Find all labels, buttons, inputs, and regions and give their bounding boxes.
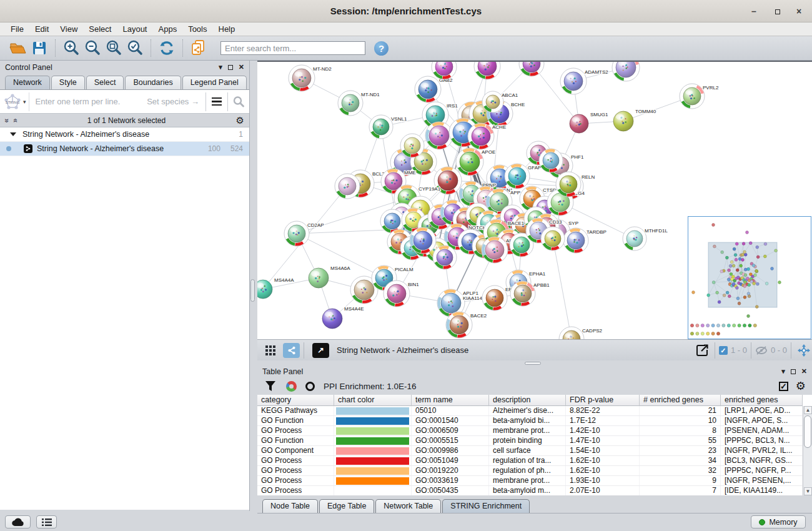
network-node[interactable]: TOMM40 xyxy=(613,109,656,131)
table-row[interactable]: GO ProcessGO:0006509membrane prot...1.42… xyxy=(257,426,803,436)
string-search-button[interactable] xyxy=(228,91,249,112)
network-node[interactable]: BACE2 xyxy=(446,312,487,338)
scroll-down-arrow[interactable]: ▼ xyxy=(804,487,812,495)
splitter-grip[interactable] xyxy=(525,362,541,365)
zoom-out-button[interactable] xyxy=(82,38,103,58)
birdseye-toggle-button[interactable]: ↗ xyxy=(312,343,329,358)
network-node[interactable]: GAB2 xyxy=(415,76,453,102)
column-header-enriched-genes[interactable]: enriched genes xyxy=(721,395,803,406)
tab-network[interactable]: Network xyxy=(5,76,50,89)
close-button[interactable]: × xyxy=(793,6,805,16)
zoom-fit-button[interactable] xyxy=(103,38,124,58)
column-header-chart-color[interactable]: chart color xyxy=(334,395,412,406)
memory-button[interactable]: Memory xyxy=(751,515,806,529)
menu-help[interactable]: Help xyxy=(213,22,241,36)
network-node[interactable] xyxy=(612,62,640,81)
tab-style[interactable]: Style xyxy=(51,76,85,89)
menu-edit[interactable]: Edit xyxy=(29,22,54,36)
save-session-button[interactable] xyxy=(29,38,50,58)
network-node[interactable] xyxy=(335,174,360,199)
network-node[interactable] xyxy=(433,246,457,269)
import-network-button[interactable] xyxy=(188,38,209,58)
open-session-button[interactable] xyxy=(7,38,29,58)
panel-float-button[interactable] xyxy=(791,368,796,375)
menu-select[interactable]: Select xyxy=(83,22,117,36)
tab-string-enrichment[interactable]: STRING Enrichment xyxy=(442,499,530,513)
scroll-up-arrow[interactable]: ▲ xyxy=(804,406,812,414)
string-view-button[interactable] xyxy=(283,343,300,358)
maximize-button[interactable] xyxy=(772,6,783,16)
expand-all-icon[interactable]: » xyxy=(12,118,18,122)
menu-file[interactable]: File xyxy=(5,22,29,36)
network-row-selected[interactable]: String Network - Alzheimer's disease 100… xyxy=(0,142,249,156)
network-node[interactable]: APBB1 xyxy=(510,281,550,306)
network-node[interactable]: CD2AP xyxy=(284,221,324,246)
birdseye-view[interactable] xyxy=(688,216,811,339)
network-node[interactable]: MT-ND2 xyxy=(289,65,332,91)
network-node[interactable]: BIN1 xyxy=(384,280,419,307)
splitter-handle[interactable] xyxy=(250,279,255,302)
enrichment-settings-gear[interactable]: ⚙ xyxy=(796,379,806,393)
network-node[interactable]: GFAP xyxy=(505,164,541,189)
pan-tool-button[interactable] xyxy=(795,343,812,358)
table-row[interactable]: GO ProcessGO:0051049regulation of tra...… xyxy=(257,456,803,466)
network-node[interactable] xyxy=(410,227,436,254)
column-header--enriched-genes[interactable]: # enriched genes xyxy=(640,395,721,406)
column-header-term-name[interactable]: term name xyxy=(412,395,489,406)
cloud-tasks-button[interactable] xyxy=(5,515,31,529)
table-scrollbar[interactable]: ▲ ▼ xyxy=(803,406,812,495)
tab-node-table[interactable]: Node Table xyxy=(262,499,318,513)
string-options-button[interactable] xyxy=(206,91,227,112)
panel-float-button[interactable] xyxy=(228,64,233,71)
select-columns-icon[interactable]: ✓ xyxy=(779,382,788,391)
menu-apps[interactable]: Apps xyxy=(153,22,183,36)
network-node[interactable]: MT-ND1 xyxy=(338,91,380,116)
network-node[interactable] xyxy=(474,62,500,79)
network-node[interactable]: CADPS2 xyxy=(559,327,603,339)
table-row[interactable]: GO ProcessGO:0033619membrane prot...1.93… xyxy=(257,476,803,486)
network-node[interactable]: MTHFD1L xyxy=(623,227,668,251)
network-node[interactable]: MS4A4A xyxy=(257,277,294,299)
column-header-category[interactable]: category xyxy=(257,395,334,406)
menu-tools[interactable]: Tools xyxy=(182,22,212,36)
collapse-all-icon[interactable]: » xyxy=(4,118,10,122)
table-row[interactable]: GO ComponentGO:0009986cell surface1.54E-… xyxy=(257,446,803,456)
tab-network-table[interactable]: Network Table xyxy=(375,499,441,513)
string-query-placeholder[interactable]: Enter one term per line. xyxy=(36,97,147,106)
zoom-selected-button[interactable] xyxy=(124,38,146,58)
panel-close-button[interactable]: ✕ xyxy=(239,63,244,71)
string-source-caret[interactable]: ▾ xyxy=(23,99,26,105)
table-row[interactable]: GO ProcessGO:0050435beta-amyloid m...2.0… xyxy=(257,486,803,495)
menu-view[interactable]: View xyxy=(54,22,83,36)
network-node[interactable] xyxy=(400,134,424,157)
string-logo[interactable]: STRING xyxy=(2,91,23,112)
column-header-description[interactable]: description xyxy=(489,395,566,406)
title-bar[interactable]: Session: /tmp/enrichmentTest.cys – × xyxy=(0,0,812,22)
apply-layout-button[interactable] xyxy=(156,38,177,58)
network-node[interactable]: TARDBP xyxy=(563,228,607,253)
zoom-in-button[interactable] xyxy=(61,38,82,58)
minimize-button[interactable]: – xyxy=(748,6,760,16)
tab-legend-panel[interactable]: Legend Panel xyxy=(182,76,247,89)
panel-menu-caret[interactable]: ▾ xyxy=(219,63,222,71)
gear-icon[interactable]: ⚙ xyxy=(236,115,244,126)
chart-color-icon[interactable] xyxy=(286,381,297,392)
table-row[interactable]: GO FunctionGO:0005515protein binding1.47… xyxy=(257,436,803,446)
network-node[interactable] xyxy=(519,62,544,76)
tree-expand-caret[interactable] xyxy=(10,132,16,136)
scroll-thumb[interactable] xyxy=(804,415,811,448)
search-input[interactable] xyxy=(220,41,365,55)
panel-menu-caret[interactable]: ▾ xyxy=(781,367,785,375)
tab-edge-table[interactable]: Edge Table xyxy=(319,499,374,513)
remove-chart-icon[interactable] xyxy=(305,382,315,391)
table-row[interactable]: KEGG Pathways05010Alzheimer's dise...8.8… xyxy=(257,406,803,416)
panel-close-button[interactable]: ✕ xyxy=(801,367,807,375)
task-history-button[interactable] xyxy=(36,515,57,529)
grid-view-button[interactable] xyxy=(262,343,279,358)
tab-boundaries[interactable]: Boundaries xyxy=(125,76,181,89)
eye-slash-icon[interactable] xyxy=(755,346,768,355)
network-node[interactable]: VSNL1 xyxy=(369,115,407,139)
menu-layout[interactable]: Layout xyxy=(117,22,152,36)
help-button[interactable]: ? xyxy=(374,41,389,56)
species-hint[interactable]: Set species → xyxy=(147,97,199,106)
